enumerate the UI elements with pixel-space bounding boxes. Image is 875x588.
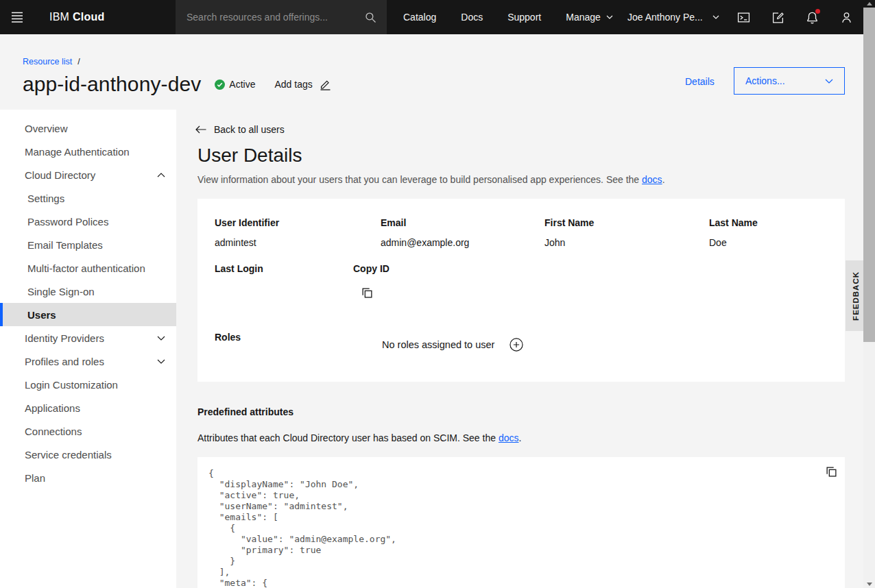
sidebar-item-login-customization[interactable]: Login Customization [0,373,176,396]
copy-id-button[interactable] [361,287,373,299]
back-link-label: Back to all users [214,124,285,135]
check-circle-icon [215,79,225,90]
sidebar-item-service-credentials[interactable]: Service credentials [0,443,176,466]
copy-id-label: Copy ID [353,263,389,274]
status-badge-label: Active [229,79,255,90]
details-link[interactable]: Details [685,76,715,87]
sidebar-item-users[interactable]: Users [0,303,176,326]
code-line: } [208,556,845,567]
hamburger-icon [10,10,24,24]
header-icon-group [726,0,863,34]
nav-catalog[interactable]: Catalog [391,0,448,34]
sidebar-item-overview[interactable]: Overview [0,117,176,140]
nav-manage-label: Manage [566,12,601,23]
last-login-label: Last Login [215,263,263,274]
sidebar-item-email-templates[interactable]: Email Templates [0,233,176,256]
top-header: IBM Cloud Catalog Docs Support Manage Jo… [0,0,875,34]
roles-empty-state: No roles assigned to user [382,338,523,352]
page-title: app-id-anthony-dev [23,73,201,96]
sidebar-item-plan[interactable]: Plan [0,466,176,489]
docs-link[interactable]: docs [499,432,519,443]
docs-link[interactable]: docs [642,174,662,185]
search-button[interactable] [354,0,387,34]
page-header: Resource list / app-id-anthony-dev Activ… [0,34,875,110]
chevron-down-icon [606,15,613,19]
profile-button[interactable] [829,0,863,34]
actions-dropdown[interactable]: Actions... [734,67,845,95]
sidebar-item-identity-providers[interactable]: Identity Providers [0,326,176,350]
sidebar-item-label: Cloud Directory [25,169,95,181]
edit-pencil-icon [320,79,331,90]
chevron-down-icon [825,79,833,84]
arrow-left-icon [195,125,206,134]
copy-code-button[interactable] [826,466,837,478]
ibm-cloud-logo[interactable]: IBM Cloud [49,0,104,34]
scrollbar-down-button[interactable] [863,580,875,588]
main-content: Back to all users User Details View info… [197,110,845,588]
sidebar-item-label: Email Templates [27,239,103,251]
description-text: View information about your users that y… [197,174,642,185]
code-line: "emails": [ [208,512,845,523]
header-nav: Catalog Docs Support Manage [391,0,625,34]
search-input[interactable] [176,0,354,34]
scim-json-code-block: { "displayName": "John Doe", "active": t… [197,457,845,588]
sidebar-item-profiles-and-roles[interactable]: Profiles and roles [0,350,176,373]
account-name: Joe Anthony Pe... [627,12,703,23]
sidebar-item-manage-authentication[interactable]: Manage Authentication [0,140,176,163]
add-tags-button[interactable]: Add tags [274,79,331,90]
sidebar-item-label: Identity Providers [25,332,104,344]
cloud-shell-button[interactable] [726,0,760,34]
docs-feedback-button[interactable] [760,0,795,34]
add-circle-icon [510,338,523,352]
search-icon [365,12,376,23]
scrollbar-up-button[interactable] [863,0,875,8]
sidebar-item-label: Multi-factor authentication [27,262,145,274]
field-value: admin@example.org [381,237,469,248]
nav-manage[interactable]: Manage [553,0,625,34]
back-to-all-users-link[interactable]: Back to all users [195,124,285,135]
nav-catalog-label: Catalog [403,12,436,23]
nav-docs[interactable]: Docs [448,0,495,34]
sidebar-item-label: Users [27,309,56,321]
cloud-shell-icon [737,11,750,24]
sidebar-item-label: Settings [27,193,64,204]
sidebar-item-connections[interactable]: Connections [0,419,176,443]
description-period: . [662,174,665,185]
copy-icon [826,466,837,478]
field-value: John [544,237,594,248]
account-menu[interactable]: Joe Anthony Pe... [618,0,729,34]
triangle-up-icon [867,2,872,5]
sidebar-item-cloud-directory[interactable]: Cloud Directory [0,163,176,186]
add-role-button[interactable] [510,338,523,352]
feedback-tab-label: FEEDBACK [852,271,860,321]
sidebar-item-single-sign-on[interactable]: Single Sign-on [0,280,176,303]
sidebar-item-label: Overview [25,123,68,134]
breadcrumb-separator: / [77,57,80,66]
sidebar-item-settings[interactable]: Settings [0,186,176,210]
sidebar-item-label: Service credentials [25,449,112,461]
vertical-scrollbar [863,0,875,588]
sidebar-item-label: Plan [25,472,45,484]
sidebar-item-label: Applications [25,402,80,414]
feedback-tab[interactable]: FEEDBACK [846,260,865,331]
sidebar-item-applications[interactable]: Applications [0,396,176,419]
breadcrumb-resource-list[interactable]: Resource list [23,57,72,66]
sidebar-item-password-polices[interactable]: Password Polices [0,210,176,233]
scrollbar-thumb[interactable] [863,8,875,342]
menu-button[interactable] [0,0,34,34]
roles-label: Roles [215,332,241,343]
nav-support-label: Support [507,12,541,23]
sidebar-item-multi-factor-authentication[interactable]: Multi-factor authentication [0,256,176,280]
field-user-identifier: User Identifier admintest [215,217,279,248]
code-line: "value": "admin@example.org", [208,534,845,545]
user-info-card: User Identifier admintest Email admin@ex… [197,199,845,382]
predefined-attributes-title: Predefined attributes [197,406,293,417]
sidebar-item-label: Password Polices [27,216,108,228]
nav-support[interactable]: Support [495,0,553,34]
notifications-button[interactable] [795,0,829,34]
sidebar-item-label: Login Customization [25,379,118,391]
sidebar-item-label: Connections [25,426,82,437]
field-label: First Name [544,217,594,228]
notification-dot [815,9,820,14]
predefined-period: . [518,432,521,443]
